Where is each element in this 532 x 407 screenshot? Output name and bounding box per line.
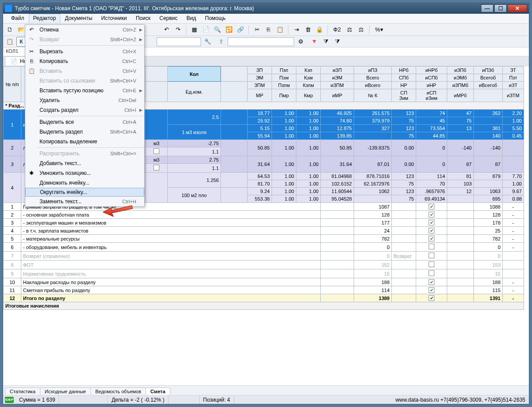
window-title: Турбо сметчик - Новая Смета 1 (ОАО "РЖД"…: [15, 5, 481, 12]
bottom-tab[interactable]: Статистика: [5, 387, 40, 395]
find-icon[interactable]: 🔍: [213, 25, 222, 35]
maximize-button[interactable]: ☐: [494, 4, 507, 12]
status-contact: www.data-basis.ru +7(495)796-3009, +7(49…: [392, 395, 529, 404]
minimize-button[interactable]: —: [481, 4, 493, 12]
bottom-tab[interactable]: Ведомость объемов: [91, 387, 146, 395]
close-button[interactable]: ✕: [508, 4, 527, 12]
titlebar: Турбо сметчик - Новая Смета 1 (ОАО "РЖД"…: [3, 3, 529, 14]
lock-icon[interactable]: 🔒: [315, 25, 324, 35]
funnel-icon[interactable]: ⧩: [321, 37, 331, 47]
status-delta: Дельта = -2 ( -0.12% ): [108, 395, 168, 404]
menu-item[interactable]: Добавить текст...: [25, 158, 144, 168]
paste-icon[interactable]: 📋: [275, 25, 285, 35]
cut-icon[interactable]: ✂: [252, 25, 262, 35]
menu-файл[interactable]: Файл: [7, 14, 29, 23]
menu-item: ↷ВозвратShift+Ctrl+Z▶: [25, 35, 144, 44]
menu-item[interactable]: Округлить ячейку...: [25, 188, 144, 197]
app-icon: [5, 5, 12, 12]
doc-icon[interactable]: 📄: [201, 25, 211, 35]
menubar: ФайлРедакторДокументыИсточникиПоискСерви…: [3, 14, 529, 24]
statusbar: IDEP Сумма = 1 639 Дельта = -2 ( -0.12% …: [3, 395, 529, 404]
editor-menu-dropdown[interactable]: ↶ОтменаCtrl+Z▶↷ВозвратShift+Ctrl+Z▶✂Выре…: [25, 24, 145, 207]
indent-icon[interactable]: ⇥: [292, 25, 301, 35]
replace-icon[interactable]: 🔁: [224, 25, 234, 35]
funnel2-icon[interactable]: ⧩: [332, 37, 342, 47]
menu-item[interactable]: ↶ОтменаCtrl+Z▶: [25, 25, 144, 35]
status-pos: Позиций: 4: [200, 395, 234, 404]
menu-item[interactable]: ✂ВырезатьCtrl+X: [25, 47, 144, 56]
combo-2[interactable]: [228, 37, 294, 46]
menu-item[interactable]: Выделить разделShift+Ctrl+A: [25, 127, 144, 137]
menu-item: 📋ВставитьCtrl+V: [25, 66, 144, 76]
status-sum: Сумма = 1 639: [16, 395, 59, 404]
menu-редактор[interactable]: Редактор: [29, 14, 61, 23]
percent-button[interactable]: %▾: [373, 25, 386, 35]
menu-item[interactable]: Домножить ячейку...: [25, 178, 144, 188]
tool-a-icon[interactable]: 🔧: [203, 37, 213, 47]
settings-icon[interactable]: ⚙: [296, 37, 306, 47]
menu-item[interactable]: ⎘КопироватьCtrl+C: [25, 56, 144, 66]
menu-item[interactable]: Выделить всеCtrl+A: [25, 117, 144, 127]
menu-item[interactable]: Создать разделCtrl+I▶: [25, 105, 144, 115]
bottom-tab[interactable]: Смета: [146, 387, 170, 395]
redo-icon[interactable]: ↷: [173, 25, 183, 35]
menu-item[interactable]: ✱Умножить позицию...: [25, 168, 144, 178]
menu-помощь[interactable]: Помощь: [201, 14, 230, 23]
menu-item: Вставить со ссылкамиShift+Ctrl+V: [25, 76, 144, 86]
filter2-icon[interactable]: 🔻: [309, 37, 319, 47]
grid-icon[interactable]: ▦: [189, 25, 199, 35]
combo-1[interactable]: [157, 37, 201, 46]
f2-button[interactable]: Ф2: [331, 25, 343, 35]
delete-icon[interactable]: 🗑: [303, 25, 313, 35]
menu-сервис[interactable]: Сервис: [155, 14, 182, 23]
menu-item[interactable]: УдалитьCtrl+Del: [25, 95, 144, 105]
bottom-tabs: СтатистикаИсходные данныеВедомость объем…: [3, 385, 529, 395]
menu-поиск[interactable]: Поиск: [131, 14, 155, 23]
pin-icon[interactable]: ⇧: [216, 37, 226, 47]
bottom-tab[interactable]: Исходные данные: [40, 387, 91, 395]
menu-документы[interactable]: Документы: [60, 14, 97, 23]
copy-icon[interactable]: ⎘: [264, 25, 273, 35]
doc-icon: 📄: [11, 58, 17, 64]
scale-icon[interactable]: ⚖: [356, 25, 366, 35]
new-icon[interactable]: 🗋: [5, 25, 15, 35]
filter-icon[interactable]: ⚖: [345, 25, 355, 35]
menu-источники[interactable]: Источники: [97, 14, 131, 23]
sheet-icon[interactable]: 📋: [5, 37, 15, 47]
undo-icon[interactable]: ↶: [162, 25, 171, 35]
idep-badge: IDEP: [5, 397, 14, 403]
menu-item[interactable]: Заменить текст...Ctrl+H: [25, 197, 144, 206]
menu-вид[interactable]: Вид: [182, 14, 201, 23]
menu-item[interactable]: Вставить пустую позициюCtrl+E▶: [25, 86, 144, 95]
link-icon[interactable]: 🔗: [236, 25, 245, 35]
menu-item[interactable]: Копировать выделение: [25, 137, 144, 146]
menu-item: РаспространитьShift+Ctrl+=: [25, 149, 144, 158]
